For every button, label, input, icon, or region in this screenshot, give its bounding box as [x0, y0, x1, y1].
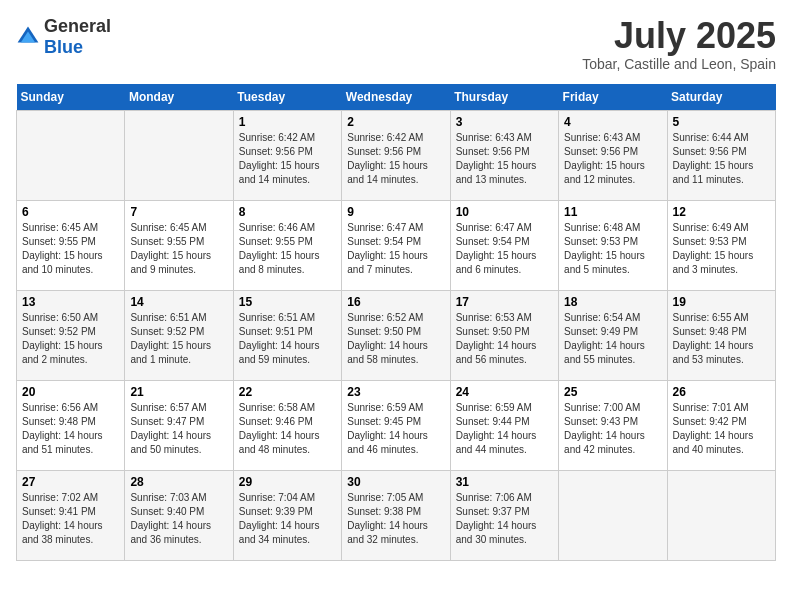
calendar-cell: 27Sunrise: 7:02 AMSunset: 9:41 PMDayligh…	[17, 470, 125, 560]
day-number: 1	[239, 115, 336, 129]
calendar-cell: 23Sunrise: 6:59 AMSunset: 9:45 PMDayligh…	[342, 380, 450, 470]
calendar-week-row: 13Sunrise: 6:50 AMSunset: 9:52 PMDayligh…	[17, 290, 776, 380]
weekday-header-tuesday: Tuesday	[233, 84, 341, 111]
day-info: Sunrise: 6:45 AMSunset: 9:55 PMDaylight:…	[130, 221, 227, 277]
calendar-cell: 10Sunrise: 6:47 AMSunset: 9:54 PMDayligh…	[450, 200, 558, 290]
calendar-cell: 11Sunrise: 6:48 AMSunset: 9:53 PMDayligh…	[559, 200, 667, 290]
calendar-cell	[667, 470, 775, 560]
month-year-title: July 2025	[582, 16, 776, 56]
calendar-cell: 9Sunrise: 6:47 AMSunset: 9:54 PMDaylight…	[342, 200, 450, 290]
day-number: 11	[564, 205, 661, 219]
calendar-cell: 31Sunrise: 7:06 AMSunset: 9:37 PMDayligh…	[450, 470, 558, 560]
day-info: Sunrise: 6:52 AMSunset: 9:50 PMDaylight:…	[347, 311, 444, 367]
calendar-cell	[125, 110, 233, 200]
logo-blue: Blue	[44, 37, 83, 57]
day-info: Sunrise: 6:54 AMSunset: 9:49 PMDaylight:…	[564, 311, 661, 367]
weekday-header-monday: Monday	[125, 84, 233, 111]
day-number: 9	[347, 205, 444, 219]
day-number: 6	[22, 205, 119, 219]
weekday-header-thursday: Thursday	[450, 84, 558, 111]
calendar-cell: 4Sunrise: 6:43 AMSunset: 9:56 PMDaylight…	[559, 110, 667, 200]
day-number: 17	[456, 295, 553, 309]
day-info: Sunrise: 7:04 AMSunset: 9:39 PMDaylight:…	[239, 491, 336, 547]
calendar-week-row: 27Sunrise: 7:02 AMSunset: 9:41 PMDayligh…	[17, 470, 776, 560]
calendar-cell: 14Sunrise: 6:51 AMSunset: 9:52 PMDayligh…	[125, 290, 233, 380]
logo-general: General	[44, 16, 111, 36]
calendar-cell: 6Sunrise: 6:45 AMSunset: 9:55 PMDaylight…	[17, 200, 125, 290]
weekday-header-row: SundayMondayTuesdayWednesdayThursdayFrid…	[17, 84, 776, 111]
calendar-table: SundayMondayTuesdayWednesdayThursdayFrid…	[16, 84, 776, 561]
day-info: Sunrise: 6:46 AMSunset: 9:55 PMDaylight:…	[239, 221, 336, 277]
day-info: Sunrise: 6:43 AMSunset: 9:56 PMDaylight:…	[564, 131, 661, 187]
day-info: Sunrise: 6:51 AMSunset: 9:51 PMDaylight:…	[239, 311, 336, 367]
day-info: Sunrise: 7:00 AMSunset: 9:43 PMDaylight:…	[564, 401, 661, 457]
location-subtitle: Tobar, Castille and Leon, Spain	[582, 56, 776, 72]
day-number: 27	[22, 475, 119, 489]
day-number: 31	[456, 475, 553, 489]
calendar-cell: 29Sunrise: 7:04 AMSunset: 9:39 PMDayligh…	[233, 470, 341, 560]
day-number: 15	[239, 295, 336, 309]
calendar-cell: 19Sunrise: 6:55 AMSunset: 9:48 PMDayligh…	[667, 290, 775, 380]
day-number: 20	[22, 385, 119, 399]
page-header: General Blue July 2025 Tobar, Castille a…	[16, 16, 776, 72]
day-info: Sunrise: 6:49 AMSunset: 9:53 PMDaylight:…	[673, 221, 770, 277]
calendar-cell: 21Sunrise: 6:57 AMSunset: 9:47 PMDayligh…	[125, 380, 233, 470]
calendar-cell: 22Sunrise: 6:58 AMSunset: 9:46 PMDayligh…	[233, 380, 341, 470]
weekday-header-wednesday: Wednesday	[342, 84, 450, 111]
day-info: Sunrise: 6:50 AMSunset: 9:52 PMDaylight:…	[22, 311, 119, 367]
day-number: 2	[347, 115, 444, 129]
day-number: 14	[130, 295, 227, 309]
day-number: 18	[564, 295, 661, 309]
day-number: 8	[239, 205, 336, 219]
calendar-cell: 16Sunrise: 6:52 AMSunset: 9:50 PMDayligh…	[342, 290, 450, 380]
calendar-cell	[17, 110, 125, 200]
calendar-cell: 13Sunrise: 6:50 AMSunset: 9:52 PMDayligh…	[17, 290, 125, 380]
calendar-cell: 26Sunrise: 7:01 AMSunset: 9:42 PMDayligh…	[667, 380, 775, 470]
day-number: 5	[673, 115, 770, 129]
day-info: Sunrise: 7:03 AMSunset: 9:40 PMDaylight:…	[130, 491, 227, 547]
weekday-header-friday: Friday	[559, 84, 667, 111]
calendar-cell: 28Sunrise: 7:03 AMSunset: 9:40 PMDayligh…	[125, 470, 233, 560]
calendar-week-row: 6Sunrise: 6:45 AMSunset: 9:55 PMDaylight…	[17, 200, 776, 290]
weekday-header-saturday: Saturday	[667, 84, 775, 111]
calendar-cell	[559, 470, 667, 560]
day-info: Sunrise: 6:45 AMSunset: 9:55 PMDaylight:…	[22, 221, 119, 277]
calendar-cell: 17Sunrise: 6:53 AMSunset: 9:50 PMDayligh…	[450, 290, 558, 380]
day-number: 16	[347, 295, 444, 309]
day-number: 19	[673, 295, 770, 309]
calendar-week-row: 1Sunrise: 6:42 AMSunset: 9:56 PMDaylight…	[17, 110, 776, 200]
calendar-cell: 3Sunrise: 6:43 AMSunset: 9:56 PMDaylight…	[450, 110, 558, 200]
day-info: Sunrise: 7:01 AMSunset: 9:42 PMDaylight:…	[673, 401, 770, 457]
weekday-header-sunday: Sunday	[17, 84, 125, 111]
logo-icon	[16, 25, 40, 49]
day-number: 25	[564, 385, 661, 399]
day-number: 3	[456, 115, 553, 129]
calendar-cell: 15Sunrise: 6:51 AMSunset: 9:51 PMDayligh…	[233, 290, 341, 380]
calendar-cell: 25Sunrise: 7:00 AMSunset: 9:43 PMDayligh…	[559, 380, 667, 470]
day-number: 21	[130, 385, 227, 399]
day-number: 30	[347, 475, 444, 489]
calendar-cell: 30Sunrise: 7:05 AMSunset: 9:38 PMDayligh…	[342, 470, 450, 560]
calendar-cell: 7Sunrise: 6:45 AMSunset: 9:55 PMDaylight…	[125, 200, 233, 290]
day-info: Sunrise: 6:42 AMSunset: 9:56 PMDaylight:…	[347, 131, 444, 187]
day-info: Sunrise: 6:47 AMSunset: 9:54 PMDaylight:…	[347, 221, 444, 277]
day-info: Sunrise: 7:06 AMSunset: 9:37 PMDaylight:…	[456, 491, 553, 547]
title-block: July 2025 Tobar, Castille and Leon, Spai…	[582, 16, 776, 72]
calendar-cell: 1Sunrise: 6:42 AMSunset: 9:56 PMDaylight…	[233, 110, 341, 200]
day-number: 29	[239, 475, 336, 489]
calendar-cell: 8Sunrise: 6:46 AMSunset: 9:55 PMDaylight…	[233, 200, 341, 290]
calendar-cell: 12Sunrise: 6:49 AMSunset: 9:53 PMDayligh…	[667, 200, 775, 290]
day-number: 23	[347, 385, 444, 399]
day-info: Sunrise: 6:59 AMSunset: 9:45 PMDaylight:…	[347, 401, 444, 457]
day-number: 22	[239, 385, 336, 399]
day-info: Sunrise: 6:57 AMSunset: 9:47 PMDaylight:…	[130, 401, 227, 457]
day-info: Sunrise: 6:43 AMSunset: 9:56 PMDaylight:…	[456, 131, 553, 187]
calendar-cell: 5Sunrise: 6:44 AMSunset: 9:56 PMDaylight…	[667, 110, 775, 200]
calendar-cell: 18Sunrise: 6:54 AMSunset: 9:49 PMDayligh…	[559, 290, 667, 380]
day-info: Sunrise: 6:51 AMSunset: 9:52 PMDaylight:…	[130, 311, 227, 367]
day-info: Sunrise: 6:56 AMSunset: 9:48 PMDaylight:…	[22, 401, 119, 457]
day-info: Sunrise: 6:55 AMSunset: 9:48 PMDaylight:…	[673, 311, 770, 367]
day-number: 4	[564, 115, 661, 129]
day-number: 24	[456, 385, 553, 399]
day-number: 13	[22, 295, 119, 309]
